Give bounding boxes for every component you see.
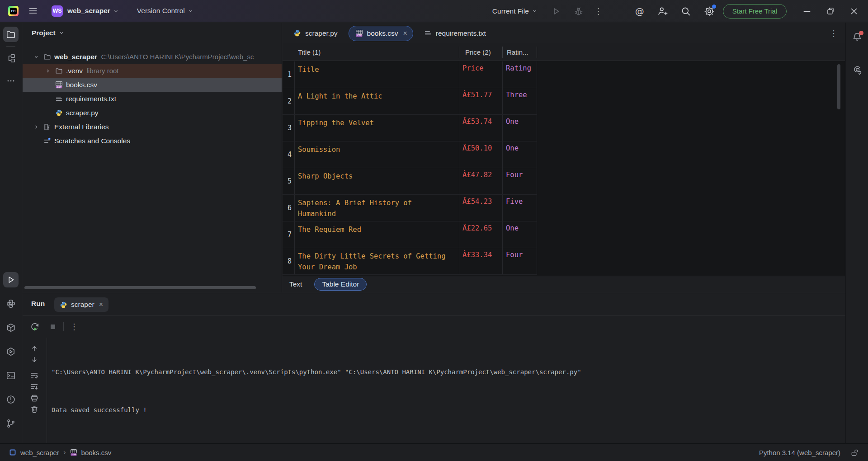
- tab-close-button[interactable]: ×: [403, 29, 407, 38]
- soft-wrap-icon[interactable]: [30, 371, 39, 380]
- cell-price[interactable]: Â£22.65: [462, 224, 492, 232]
- cell-price[interactable]: Â£53.74: [462, 118, 492, 126]
- tree-item-books-csv[interactable]: .CSV books.csv: [23, 78, 282, 92]
- cell-rating[interactable]: Five: [506, 198, 523, 206]
- notifications-button[interactable]: [852, 32, 863, 42]
- breadcrumb-project[interactable]: web_scraper: [20, 449, 59, 456]
- chevron-down-icon[interactable]: [33, 54, 39, 60]
- cell-rating[interactable]: Rating: [506, 64, 531, 72]
- scroll-to-end-icon[interactable]: [30, 382, 39, 391]
- python-console-button[interactable]: [3, 296, 19, 311]
- table-row[interactable]: 7 The Requiem Red Â£22.65 One: [283, 221, 537, 248]
- git-button[interactable]: [3, 416, 19, 431]
- cell-price[interactable]: Â£33.34: [462, 251, 492, 259]
- cell-title[interactable]: Title: [298, 64, 453, 75]
- project-name-menu[interactable]: web_scraper: [67, 7, 119, 15]
- column-divider[interactable]: [537, 47, 537, 58]
- window-minimize-button[interactable]: [802, 6, 812, 16]
- cell-title[interactable]: Soumission: [298, 144, 453, 155]
- cell-title[interactable]: The Requiem Red: [298, 224, 453, 235]
- table-row[interactable]: 4 Soumission Â£50.10 One: [283, 141, 537, 168]
- column-divider[interactable]: [459, 47, 459, 58]
- tree-item-venv[interactable]: .venv library root: [23, 64, 282, 78]
- column-header-rating[interactable]: Ratin...: [507, 48, 528, 56]
- structure-tool-button[interactable]: [3, 51, 19, 66]
- settings-button[interactable]: [704, 6, 715, 17]
- cell-rating[interactable]: Four: [506, 171, 523, 179]
- tab-books-csv[interactable]: .CSV books.csv ×: [349, 26, 413, 41]
- view-toggle-table-editor[interactable]: Table Editor: [314, 278, 367, 291]
- start-free-trial-button[interactable]: Start Free Trial: [723, 4, 787, 19]
- run-more-options-button[interactable]: ⋮: [70, 323, 78, 331]
- cell-rating[interactable]: One: [506, 224, 519, 232]
- stop-button[interactable]: [48, 322, 58, 332]
- terminal-button[interactable]: [3, 368, 19, 383]
- run-tab-close-button[interactable]: ×: [99, 301, 103, 309]
- view-toggle-text[interactable]: Text: [289, 280, 302, 288]
- rerun-button[interactable]: [30, 322, 40, 332]
- tree-item-scraper-py[interactable]: scraper.py: [23, 106, 282, 120]
- run-configuration-selector[interactable]: Current File: [492, 7, 538, 15]
- cell-rating[interactable]: One: [506, 144, 519, 152]
- cell-rating[interactable]: One: [506, 118, 519, 126]
- problems-button[interactable]: [3, 392, 19, 407]
- tab-options-button[interactable]: ⋮: [830, 29, 838, 38]
- cell-rating[interactable]: Three: [506, 91, 527, 99]
- up-arrow-icon[interactable]: [30, 344, 39, 353]
- run-tool-button[interactable]: [3, 272, 19, 287]
- main-menu-button[interactable]: [28, 6, 38, 16]
- table-row[interactable]: 2 A Light in the Attic Â£51.77 Three: [283, 88, 537, 115]
- trash-icon[interactable]: [30, 405, 39, 414]
- chevron-right-icon[interactable]: [45, 68, 51, 74]
- table-row[interactable]: 3 Tipping the Velvet Â£53.74 One: [283, 115, 537, 141]
- version-control-menu[interactable]: Version Control: [137, 7, 193, 15]
- cell-title[interactable]: A Light in the Attic: [298, 91, 453, 102]
- cell-price[interactable]: Â£47.82: [462, 171, 492, 179]
- tab-scraper-py[interactable]: scraper.py: [286, 29, 345, 38]
- column-header-title[interactable]: Title (1): [298, 48, 321, 56]
- window-close-button[interactable]: [849, 6, 859, 16]
- table-row[interactable]: 8 The Dirty Little Secrets of Getting Yo…: [283, 248, 537, 275]
- python-packages-button[interactable]: [3, 320, 19, 335]
- project-tool-button[interactable]: [3, 27, 19, 42]
- project-horizontal-scrollbar[interactable]: [24, 286, 256, 289]
- run-button[interactable]: [551, 6, 561, 16]
- breadcrumb-file[interactable]: books.csv: [81, 449, 112, 456]
- table-row[interactable]: 1 Title Price Rating: [283, 61, 537, 88]
- tree-item-web-scraper[interactable]: web_scraper C:\Users\ANTO HARINI K\Pycha…: [23, 50, 282, 64]
- cell-rating[interactable]: Four: [506, 251, 523, 259]
- cell-title[interactable]: The Dirty Little Secrets of Getting Your…: [298, 251, 453, 273]
- down-arrow-icon[interactable]: [30, 355, 39, 364]
- cell-price[interactable]: Â£50.10: [462, 144, 492, 152]
- cell-price[interactable]: Â£51.77: [462, 91, 492, 99]
- ai-assistant-icon[interactable]: @: [635, 6, 644, 17]
- search-everywhere-button[interactable]: [680, 6, 691, 17]
- unlocked-padlock-icon[interactable]: [850, 448, 859, 457]
- print-icon[interactable]: [30, 394, 39, 403]
- ai-assistant-chat-button[interactable]: [852, 64, 863, 75]
- cell-title[interactable]: Tipping the Velvet: [298, 118, 453, 128]
- python-interpreter-selector[interactable]: Python 3.14 (web_scraper): [759, 449, 840, 456]
- add-user-button[interactable]: [657, 6, 668, 17]
- tree-item-scratches[interactable]: Scratches and Consoles: [23, 134, 282, 148]
- editor-vertical-scrollbar[interactable]: [837, 64, 840, 109]
- cell-title[interactable]: Sharp Objects: [298, 171, 453, 182]
- cell-title[interactable]: Sapiens: A Brief History of Humankind: [298, 198, 453, 219]
- column-header-price[interactable]: Price (2): [465, 48, 491, 56]
- services-button[interactable]: [3, 344, 19, 359]
- chevron-right-icon[interactable]: [33, 124, 39, 130]
- project-badge[interactable]: WS: [52, 5, 63, 17]
- window-restore-button[interactable]: [826, 6, 835, 16]
- project-panel-header[interactable]: Project: [23, 23, 282, 40]
- column-divider[interactable]: [502, 47, 503, 58]
- run-tab-scraper[interactable]: scraper ×: [54, 297, 108, 312]
- debug-button[interactable]: [574, 6, 584, 16]
- more-actions-button[interactable]: ⋮: [594, 7, 603, 15]
- tab-requirements-txt[interactable]: requirements.txt: [417, 29, 493, 38]
- more-tools-button[interactable]: [3, 73, 19, 89]
- table-row[interactable]: 6 Sapiens: A Brief History of Humankind …: [283, 195, 537, 221]
- tree-item-external-libraries[interactable]: External Libraries: [23, 120, 282, 134]
- table-row[interactable]: 5 Sharp Objects Â£47.82 Four: [283, 168, 537, 195]
- cell-price[interactable]: Â£54.23: [462, 198, 492, 206]
- tree-item-requirements[interactable]: requirements.txt: [23, 92, 282, 106]
